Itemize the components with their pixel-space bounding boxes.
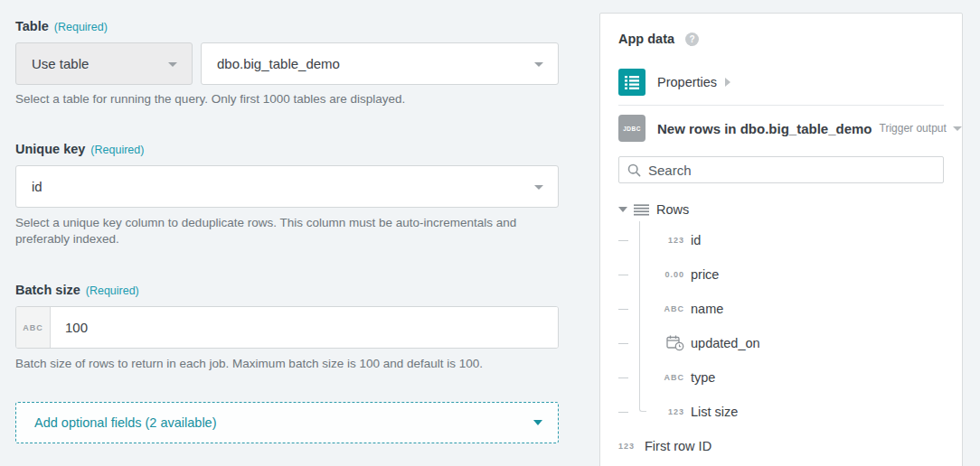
jdbc-app-icon: JDBC [618, 115, 645, 142]
decimal-type-icon: 0.00 [653, 270, 684, 279]
caret-down-icon [953, 126, 962, 131]
tree-children: 123 id 0.00 price ABC name [617, 223, 944, 429]
table-source-select[interactable]: Use table [15, 42, 193, 85]
string-type-icon: ABC [653, 373, 684, 382]
datapill-name[interactable]: ABC name [617, 292, 944, 326]
divider [618, 105, 944, 106]
datapill-price[interactable]: 0.00 price [617, 257, 944, 292]
batch-size-required-tag: (Required) [86, 283, 139, 299]
string-type-icon: ABC [653, 304, 684, 313]
trigger-output-item[interactable]: JDBC New rows in dbo.big_table_demo Trig… [618, 115, 944, 142]
table-hint: Select a table for running the query. On… [15, 91, 559, 107]
search-input[interactable] [648, 158, 943, 182]
batch-size-hint: Batch size of rows to return in each job… [15, 356, 559, 372]
trigger-config-form: Table (Required) Use table dbo.big_table… [15, 0, 559, 443]
unique-key-required-tag: (Required) [90, 142, 144, 158]
trigger-output-title: New rows in dbo.big_table_demo [657, 121, 872, 136]
table-source-select-value: Use table [32, 56, 89, 71]
tree-node-rows[interactable]: Rows [617, 196, 944, 223]
integer-type-icon: 123 [611, 442, 635, 451]
caret-down-icon [534, 185, 543, 190]
properties-list-icon [618, 69, 645, 96]
batch-size-input-group: ABC [15, 306, 559, 349]
leaf-dash-icon [618, 377, 628, 378]
text-type-prefix-badge: ABC [16, 307, 51, 348]
properties-item[interactable]: Properties [618, 69, 944, 96]
unique-key-select[interactable]: id [15, 165, 559, 208]
list-icon [634, 204, 649, 216]
app-data-title: App data [618, 32, 674, 46]
unique-key-field-label: Unique key [15, 141, 85, 157]
caret-down-icon [533, 420, 542, 425]
integer-type-icon: 123 [653, 407, 684, 416]
leaf-dash-icon [618, 275, 628, 275]
recipe-config-page: Table (Required) Use table dbo.big_table… [0, 0, 980, 466]
leaf-dash-icon [618, 412, 628, 413]
trigger-output-subtitle: Trigger output [880, 122, 947, 135]
batch-size-field-label: Batch size [15, 282, 80, 298]
help-icon[interactable]: ? [685, 33, 699, 46]
table-field-label: Table [15, 18, 49, 34]
batch-size-field-label-row: Batch size (Required) [15, 282, 559, 299]
add-optional-fields-button[interactable]: Add optional fields (2 available) [15, 402, 559, 443]
calendar-clock-icon [666, 335, 684, 351]
caret-down-icon [534, 62, 543, 67]
leaf-dash-icon [618, 240, 628, 241]
batch-size-input[interactable] [51, 307, 558, 348]
datapill-id[interactable]: 123 id [617, 223, 944, 257]
caret-down-icon [618, 207, 627, 212]
datapill-type[interactable]: ABC type [617, 360, 944, 395]
app-data-header: App data ? [618, 30, 944, 48]
properties-label: Properties [657, 75, 717, 89]
search-icon [627, 163, 641, 177]
table-name-select[interactable]: dbo.big_table_demo [201, 42, 559, 85]
table-required-tag: (Required) [54, 19, 108, 35]
unique-key-field-label-row: Unique key (Required) [15, 141, 559, 158]
datapill-first-row-id[interactable]: 123 First row ID [617, 429, 944, 463]
datapill-list-size[interactable]: 123 List size [617, 395, 944, 429]
tree-node-label: Rows [656, 202, 689, 217]
caret-down-icon [168, 62, 177, 67]
table-controls: Use table dbo.big_table_demo [15, 42, 559, 85]
datapill-updated-on[interactable]: updated_on [617, 326, 944, 360]
table-name-select-value: dbo.big_table_demo [217, 56, 340, 71]
add-optional-fields-label: Add optional fields (2 available) [34, 415, 217, 430]
leaf-dash-icon [618, 343, 628, 344]
chevron-right-icon [725, 78, 730, 87]
output-datatree: Rows 123 id 0.00 price ABC name [617, 196, 944, 463]
leaf-dash-icon [618, 309, 628, 310]
datapill-search-box [618, 156, 944, 183]
integer-type-icon: 123 [653, 236, 684, 245]
unique-key-hint: Select a unique key column to deduplicat… [15, 215, 545, 247]
table-field-label-row: Table (Required) [15, 18, 559, 35]
unique-key-select-value: id [32, 179, 42, 194]
app-data-panel: App data ? Properties JDBC New rows in d… [599, 13, 963, 466]
